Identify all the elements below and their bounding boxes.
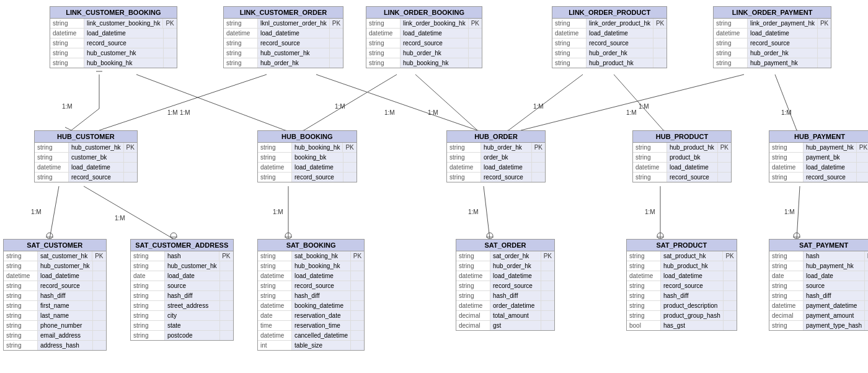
col-name: record_source xyxy=(661,281,723,290)
col-pk xyxy=(723,271,737,281)
col-pk xyxy=(864,321,868,330)
col-pk xyxy=(329,48,343,58)
col-type: string xyxy=(552,38,587,48)
col-name: link_order_payment_hk xyxy=(748,19,817,28)
col-type: string xyxy=(258,261,292,271)
table-row: stringhub_customer_hk xyxy=(4,261,106,271)
col-pk xyxy=(350,301,364,310)
svg-line-44 xyxy=(797,186,800,239)
table-row: stringrecord_source xyxy=(552,38,666,48)
col-pk xyxy=(92,321,106,330)
table-row: datereservation_date xyxy=(258,311,364,321)
col-pk xyxy=(219,301,233,310)
col-name: hub_order_hk xyxy=(587,48,653,58)
table-row: stringpostcode xyxy=(131,331,233,340)
col-name: lknl_customer_order_hk xyxy=(258,19,329,28)
table-row: datetimebooking_datetime xyxy=(258,301,364,311)
col-name: hub_order_hk xyxy=(490,261,541,271)
col-type: string xyxy=(769,281,804,290)
col-type: string xyxy=(50,58,84,68)
col-name: record_source xyxy=(481,173,531,182)
col-type: string xyxy=(131,301,165,310)
table-row: decimalgst xyxy=(456,321,554,330)
table-row: stringhash_diff xyxy=(4,291,106,301)
col-type: string xyxy=(627,291,661,300)
col-type: string xyxy=(456,261,490,271)
col-type: string xyxy=(447,153,481,162)
col-type: string xyxy=(50,48,84,58)
svg-text:1:M: 1:M xyxy=(384,109,395,116)
svg-line-22 xyxy=(775,74,797,130)
table-header-hub_payment: HUB_PAYMENT xyxy=(769,131,868,143)
col-pk xyxy=(653,58,666,68)
col-pk xyxy=(817,58,831,68)
col-type: datetime xyxy=(714,29,748,38)
col-pk xyxy=(531,173,545,182)
table-header-sat_order: SAT_ORDER xyxy=(456,240,554,251)
col-type: string xyxy=(627,261,661,271)
col-pk xyxy=(92,261,106,271)
col-name: payment_datetime xyxy=(804,301,864,310)
col-name: hub_payment_hk xyxy=(748,58,817,68)
table-header-link_order_product: LINK_ORDER_PRODUCT xyxy=(552,7,666,19)
table-link_customer_booking: LINK_CUSTOMER_BOOKINGstringlink_customer… xyxy=(50,6,177,68)
col-name: hub_product_hk xyxy=(661,261,723,271)
col-name: load_datetime xyxy=(481,163,531,172)
svg-line-36 xyxy=(484,186,490,239)
col-pk xyxy=(864,261,868,271)
col-type: time xyxy=(258,321,292,330)
col-pk xyxy=(468,48,482,58)
col-name: last_name xyxy=(38,311,92,320)
table-header-sat_customer_address: SAT_CUSTOMER_ADDRESS xyxy=(131,240,233,251)
col-name: city xyxy=(165,311,219,320)
table-hub_order: HUB_ORDERstringhub_order_hkPKstringorder… xyxy=(446,130,546,182)
col-name: record_source xyxy=(69,173,123,182)
col-name: booking_datetime xyxy=(292,301,350,310)
col-pk xyxy=(343,153,356,162)
table-row: decimaltotal_amount xyxy=(456,311,554,321)
col-type: datetime xyxy=(456,271,490,281)
col-type: string xyxy=(4,301,38,310)
col-name: load_datetime xyxy=(748,29,817,38)
col-pk xyxy=(92,281,106,290)
col-pk xyxy=(329,38,343,48)
table-row: stringhash_diff xyxy=(627,291,737,301)
col-pk xyxy=(531,153,545,162)
table-row: stringsat_product_hkPK xyxy=(627,251,737,261)
col-pk xyxy=(219,311,233,320)
col-type: string xyxy=(627,311,661,320)
col-pk xyxy=(864,301,868,310)
table-row: dateload_date xyxy=(131,271,233,281)
col-pk: PK xyxy=(123,143,137,152)
col-type: string xyxy=(552,58,587,68)
table-row: stringhashPK xyxy=(769,251,868,261)
table-row: stringorder_bk xyxy=(447,153,545,163)
table-row: stringhub_payment_hk xyxy=(769,261,868,271)
svg-text:1:M: 1:M xyxy=(335,103,345,110)
col-pk xyxy=(817,38,831,48)
col-type: datetime xyxy=(224,29,258,38)
col-pk xyxy=(219,331,233,340)
table-sat_customer: SAT_CUSTOMERstringsat_customer_hkPKstrin… xyxy=(3,239,107,351)
col-name: product_group_hash xyxy=(661,311,723,320)
table-row: datetimeload_datetime xyxy=(769,163,868,173)
col-type: string xyxy=(258,251,292,261)
col-pk xyxy=(343,163,356,172)
table-row: stringsat_booking_hkPK xyxy=(258,251,364,261)
col-name: table_size xyxy=(292,341,350,350)
table-row: stringhash_diff xyxy=(769,291,868,301)
col-name: sat_booking_hk xyxy=(292,251,350,261)
table-header-hub_booking: HUB_BOOKING xyxy=(258,131,356,143)
table-row: stringhub_customer_hk xyxy=(224,48,343,58)
col-type: string xyxy=(366,58,401,68)
col-name: sat_customer_hk xyxy=(38,251,92,261)
table-row: stringrecord_source xyxy=(224,38,343,48)
col-pk xyxy=(541,291,554,300)
col-type: string xyxy=(258,281,292,290)
col-pk: PK xyxy=(817,19,831,28)
col-type: decimal xyxy=(456,311,490,320)
table-row: stringpayment_bk xyxy=(769,153,868,163)
col-name: link_order_booking_hk xyxy=(401,19,468,28)
table-row: stringrecord_source xyxy=(456,281,554,291)
col-name: hub_payment_hk xyxy=(804,261,864,271)
